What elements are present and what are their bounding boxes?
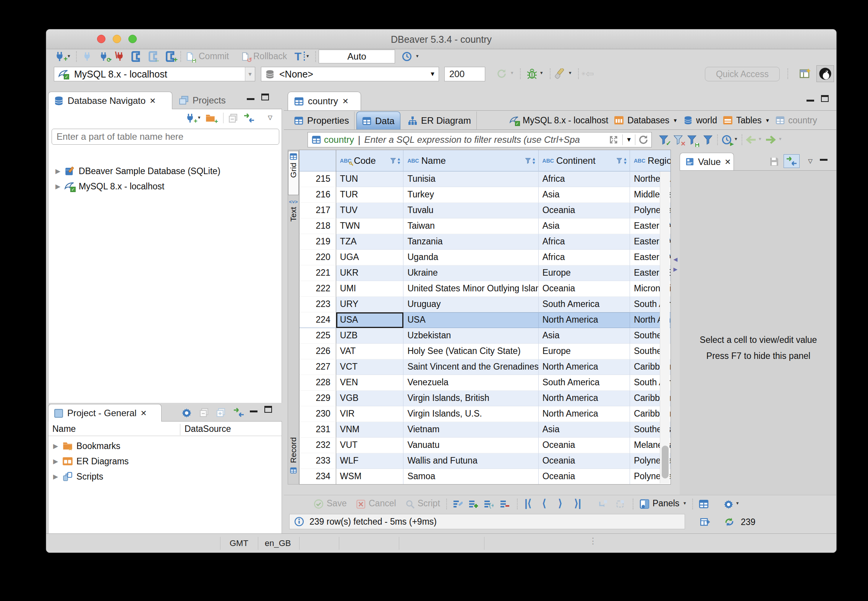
table-row[interactable]: 229VGBVirgin Islands, BritishNorth Ameri… (300, 391, 670, 406)
cell-code[interactable]: UZB (336, 328, 404, 344)
cell-name[interactable]: Tanzania (403, 234, 538, 250)
new-folder-icon[interactable]: + (204, 112, 217, 124)
cell-continent[interactable]: Asia (539, 328, 630, 344)
nav-new-connection-dropdown[interactable]: ▾ (198, 115, 201, 120)
row-number-header[interactable] (300, 150, 336, 171)
expand-filter-icon[interactable] (608, 136, 619, 144)
column-header-code[interactable]: ABC Code ▲▼ (336, 150, 404, 171)
cell-name[interactable]: USA (403, 312, 538, 328)
table-row[interactable]: 227VCTSaint Vincent and the GrenadinesNo… (300, 359, 670, 375)
quick-access-input[interactable] (705, 67, 780, 81)
tab-er-diagram[interactable]: ER Diagram (403, 111, 477, 130)
database-combo[interactable]: <None> ▼ (261, 67, 439, 81)
save-result-icon[interactable] (313, 499, 324, 509)
breadcrumb-dropdown-icon[interactable]: ▼ (765, 118, 770, 123)
table-row[interactable]: 233WLFWallis and FutunaOceaniaPolynesia (300, 453, 670, 469)
cell-name[interactable]: Ukraine (403, 265, 538, 281)
cell-code[interactable]: UGA (336, 250, 404, 265)
table-row[interactable]: 234WSMSamoaOceaniaPolynesia (300, 469, 670, 485)
close-tab-icon[interactable]: ✕ (725, 157, 731, 166)
connect-icon[interactable] (81, 51, 93, 62)
cell-name[interactable]: Vanuatu (403, 438, 538, 453)
table-row[interactable]: 215TUNTunisiaAfricaNorthern Africa (300, 171, 670, 187)
cell-code[interactable]: URY (336, 297, 404, 312)
tab-projects[interactable]: Projects (175, 92, 230, 109)
row-number[interactable]: 226 (300, 344, 336, 359)
new-connection-dropdown[interactable]: ▾ (68, 53, 70, 59)
table-row[interactable]: 228VENVenezuelaSouth AmericaSouth Americ… (300, 375, 670, 391)
panels-icon[interactable] (639, 499, 650, 509)
column-filter-sort-icons[interactable]: ▲▼ (390, 157, 401, 165)
zoom-selection-icon[interactable] (615, 499, 625, 509)
cell-code[interactable]: TZA (336, 234, 404, 250)
remove-filter-icon[interactable]: ✕ (672, 133, 684, 146)
cell-continent[interactable]: Oceania (539, 281, 630, 297)
drag-handle-dots[interactable]: ⋮ (589, 536, 597, 546)
fetch-next-icon[interactable] (764, 134, 777, 145)
table-row[interactable]: 218TWNTaiwanAsiaEastern Asia (300, 218, 670, 234)
table-row[interactable]: 223URYUruguaySouth AmericaSouth America (300, 297, 670, 312)
new-connection-icon[interactable]: + (53, 51, 66, 62)
breadcrumb-dropdown-icon[interactable]: ▼ (673, 118, 678, 123)
sql-editor-icon[interactable] (131, 50, 141, 63)
debug-dropdown[interactable]: ▾ (540, 70, 543, 76)
cell-continent[interactable]: Asia (539, 218, 630, 234)
row-number[interactable]: 233 (300, 453, 336, 469)
row-number[interactable]: 230 (300, 406, 336, 422)
cell-code[interactable]: UKR (336, 265, 404, 281)
filter-input-box[interactable]: country | Enter a SQL expression to filt… (308, 132, 652, 147)
tools-wand-icon[interactable] (554, 67, 566, 80)
row-number[interactable]: 232 (300, 438, 336, 453)
column-header-region[interactable]: ABC Region (630, 150, 670, 171)
tab-record-mode[interactable]: Record (288, 436, 299, 484)
commit-button[interactable]: Commit (199, 51, 229, 61)
row-number[interactable]: 221 (300, 265, 336, 281)
fetch-next-dropdown[interactable]: ▾ (779, 136, 782, 142)
new-sql-editor-icon[interactable]: + (165, 50, 176, 63)
cell-continent[interactable]: South America (539, 375, 630, 391)
column-header-name[interactable]: Name (52, 424, 76, 434)
auto-switch-icon[interactable] (784, 154, 800, 168)
tree-item-scripts[interactable]: ▶ Scripts (49, 469, 282, 484)
minimize-panel-icon[interactable] (250, 410, 257, 412)
expand-arrow-icon[interactable]: ▶ (53, 457, 58, 465)
save-value-icon[interactable] (768, 156, 780, 167)
breadcrumb-world[interactable]: world (696, 115, 717, 126)
save-result-button[interactable]: Save (327, 498, 347, 509)
cell-code[interactable]: TUN (336, 171, 404, 187)
tree-item-mysql-connection[interactable]: ▶ ✓ MySQL 8.x - localhost (49, 179, 282, 194)
expand-arrow-icon[interactable]: ▶ (53, 473, 58, 481)
row-number[interactable]: 222 (300, 281, 336, 297)
script-icon[interactable] (405, 499, 415, 509)
tree-item-bookmarks[interactable]: ▶ ★ Bookmarks (49, 438, 282, 454)
cell-continent[interactable]: Asia (539, 187, 630, 203)
filter-expression-input[interactable]: Enter a SQL expression to filter results… (364, 134, 608, 145)
cell-continent[interactable]: North America (539, 391, 630, 406)
panels-button[interactable]: Panels (653, 498, 679, 509)
disconnect-icon[interactable]: \ (114, 51, 126, 62)
cell-continent[interactable]: Oceania (539, 453, 630, 469)
table-row[interactable]: 216TURTurkeyAsiaMiddle East (300, 187, 670, 203)
custom-filter-icon[interactable] (702, 133, 714, 146)
cell-name[interactable]: Tunisia (403, 171, 538, 187)
cell-name[interactable]: Wallis and Futuna (403, 453, 538, 469)
tab-text-presentation[interactable]: <˅> Text (288, 197, 299, 243)
cell-continent[interactable]: Oceania (539, 438, 630, 453)
row-number[interactable]: 224 (300, 312, 336, 328)
cell-code[interactable]: USA (336, 312, 404, 328)
close-tab-icon[interactable]: ✕ (342, 97, 349, 106)
expand-arrow-icon[interactable]: ▶ (53, 442, 58, 450)
panel-sash[interactable]: ◀ ▶ (672, 255, 679, 281)
perspective-icon[interactable] (798, 67, 812, 81)
fetch-size-input[interactable] (444, 67, 485, 81)
cell-name[interactable]: Uruguay (403, 297, 538, 312)
commit-mode-combo[interactable]: Auto (319, 50, 395, 63)
table-row[interactable]: 231VNMVietnamAsiaSoutheast Asia (300, 422, 670, 438)
cell-code[interactable]: VEN (336, 375, 404, 391)
expand-icon[interactable] (215, 407, 226, 418)
tab-country-editor[interactable]: country ✕ (288, 92, 361, 110)
minimize-value-panel-icon[interactable] (819, 158, 828, 161)
table-row[interactable]: 217TUVTuvaluOceaniaPolynesia (300, 203, 670, 218)
cell-continent[interactable]: Oceania (539, 469, 630, 485)
script-button[interactable]: Script (418, 498, 440, 509)
